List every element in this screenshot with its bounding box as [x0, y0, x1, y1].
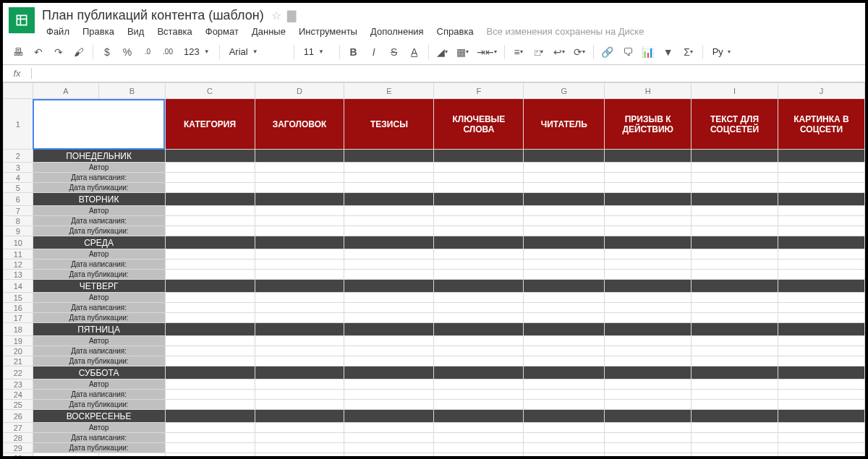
cell[interactable] — [255, 303, 344, 313]
col-header-C[interactable]: C — [165, 83, 255, 99]
cell[interactable] — [434, 400, 524, 410]
cell[interactable] — [434, 390, 524, 400]
cell[interactable] — [692, 150, 778, 163]
cell[interactable] — [778, 216, 865, 226]
row-header-11[interactable]: 11 — [4, 249, 33, 259]
cell[interactable] — [692, 443, 778, 453]
cell[interactable] — [165, 423, 255, 433]
sheets-logo[interactable] — [9, 7, 35, 33]
cell[interactable] — [255, 410, 344, 423]
valign-icon[interactable]: ⏍▾ — [529, 43, 548, 61]
paint-format-icon[interactable]: 🖌 — [69, 43, 88, 61]
cell[interactable] — [524, 280, 605, 293]
filter-icon[interactable]: ▼ — [659, 43, 678, 61]
cell[interactable] — [605, 400, 692, 410]
format-percent[interactable]: % — [118, 43, 137, 61]
cell[interactable] — [605, 356, 692, 366]
cell[interactable] — [434, 206, 524, 216]
col-header-E[interactable]: E — [344, 83, 434, 99]
cell[interactable] — [344, 173, 434, 183]
cell[interactable] — [524, 216, 605, 226]
cell[interactable] — [165, 226, 255, 236]
cell[interactable] — [692, 366, 778, 379]
cell[interactable] — [692, 270, 778, 280]
cell[interactable] — [434, 336, 524, 346]
cell[interactable] — [165, 390, 255, 400]
cell[interactable] — [165, 433, 255, 443]
cell[interactable] — [778, 346, 865, 356]
cell[interactable] — [344, 216, 434, 226]
cell[interactable] — [255, 206, 344, 216]
cell[interactable] — [344, 336, 434, 346]
cell[interactable] — [255, 150, 344, 163]
cell[interactable] — [344, 259, 434, 270]
cell[interactable] — [33, 453, 98, 457]
cell[interactable] — [165, 236, 255, 249]
cell[interactable] — [692, 216, 778, 226]
cell[interactable] — [165, 173, 255, 183]
cell[interactable] — [692, 280, 778, 293]
row-header-26[interactable]: 26 — [4, 410, 33, 423]
row-header-22[interactable]: 22 — [4, 366, 33, 379]
cell[interactable] — [434, 346, 524, 356]
row-header-8[interactable]: 8 — [4, 216, 33, 226]
cell[interactable] — [524, 236, 605, 249]
cell[interactable] — [165, 346, 255, 356]
cell[interactable] — [165, 293, 255, 303]
cell[interactable] — [344, 410, 434, 423]
cell[interactable] — [344, 150, 434, 163]
menu-help[interactable]: Справка — [431, 25, 480, 38]
cell[interactable] — [344, 206, 434, 216]
cell[interactable] — [605, 336, 692, 346]
cell[interactable] — [778, 236, 865, 249]
cell[interactable] — [605, 163, 692, 173]
cell[interactable] — [434, 356, 524, 366]
cell[interactable] — [255, 293, 344, 303]
meta-label[interactable]: Дата публикации: — [33, 226, 165, 236]
row-header-10[interactable]: 10 — [4, 236, 33, 249]
cell[interactable] — [778, 366, 865, 379]
cell[interactable] — [434, 163, 524, 173]
row-header-5[interactable]: 5 — [4, 183, 33, 193]
cell[interactable] — [434, 323, 524, 336]
row-header-27[interactable]: 27 — [4, 423, 33, 433]
cell[interactable] — [344, 443, 434, 453]
col-header-A[interactable]: A — [33, 83, 98, 99]
col-header-D[interactable]: D — [255, 83, 344, 99]
cell[interactable] — [434, 173, 524, 183]
row-header-21[interactable]: 21 — [4, 356, 33, 366]
cell[interactable] — [344, 346, 434, 356]
cell[interactable] — [165, 443, 255, 453]
menu-data[interactable]: Данные — [246, 25, 292, 38]
cell[interactable] — [434, 226, 524, 236]
cell[interactable] — [524, 410, 605, 423]
cell[interactable] — [165, 453, 255, 457]
header-I[interactable]: ТЕКСТ ДЛЯ СОЦСЕТЕЙ — [692, 99, 778, 150]
cell[interactable] — [344, 249, 434, 259]
cell[interactable] — [524, 366, 605, 379]
cell[interactable] — [692, 346, 778, 356]
functions-icon[interactable]: Σ▾ — [679, 43, 698, 61]
cell[interactable] — [434, 249, 524, 259]
cell[interactable] — [165, 216, 255, 226]
cell[interactable] — [605, 313, 692, 323]
cell[interactable] — [165, 150, 255, 163]
meta-label[interactable]: Автор — [33, 336, 165, 346]
cell[interactable] — [434, 216, 524, 226]
cell[interactable] — [778, 323, 865, 336]
cell[interactable] — [434, 410, 524, 423]
cell[interactable] — [434, 236, 524, 249]
cell[interactable] — [778, 423, 865, 433]
cell[interactable] — [605, 206, 692, 216]
day-label[interactable]: СРЕДА — [33, 236, 165, 249]
cell[interactable] — [255, 280, 344, 293]
cell[interactable] — [165, 303, 255, 313]
cell[interactable] — [778, 193, 865, 206]
print-icon[interactable]: 🖶 — [9, 43, 27, 61]
format-currency[interactable]: $ — [98, 43, 116, 61]
cell[interactable] — [524, 433, 605, 443]
row-header-23[interactable]: 23 — [4, 379, 33, 390]
row-header-12[interactable]: 12 — [4, 259, 33, 270]
row-header-25[interactable]: 25 — [4, 400, 33, 410]
cell[interactable] — [692, 453, 778, 457]
